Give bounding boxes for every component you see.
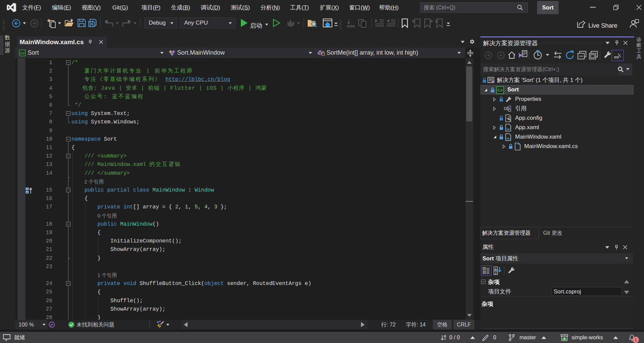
- svg-text:Z: Z: [495, 272, 497, 275]
- svg-text:<■>: <■>: [506, 137, 511, 140]
- svg-text:C#: C#: [20, 51, 25, 55]
- svg-text:A: A: [495, 267, 497, 270]
- svg-text:<■>: <■>: [506, 127, 511, 131]
- svg-text:o: o: [26, 191, 28, 194]
- svg-text:C#: C#: [498, 88, 503, 93]
- svg-text:I: I: [27, 188, 28, 190]
